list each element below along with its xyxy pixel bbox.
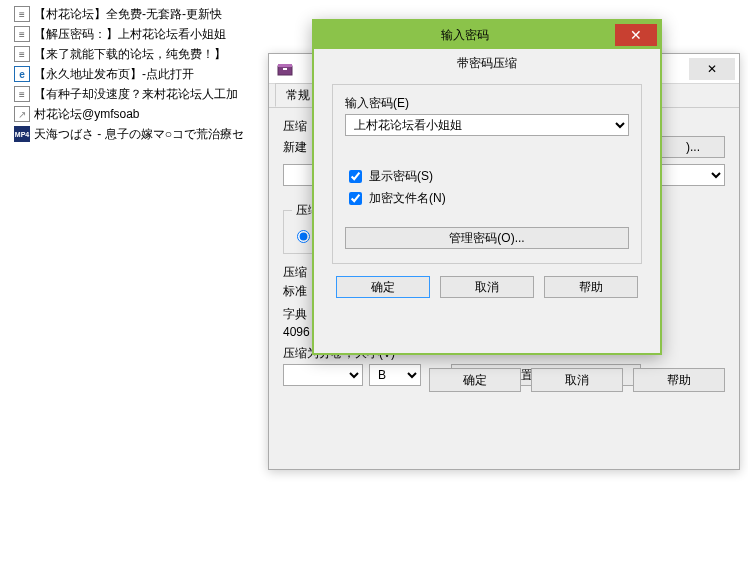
browse-button[interactable]: )... [661,136,725,158]
show-password-checkbox[interactable] [349,170,362,183]
password-help-button[interactable]: 帮助 [544,276,638,298]
file-label: 天海つばさ - 息子の嫁マ○コで荒治療セ [34,126,244,143]
text-file-icon: ≡ [14,86,30,102]
encrypt-names-label: 加密文件名(N) [369,190,446,207]
password-close-button[interactable]: ✕ [615,24,657,46]
close-button[interactable]: ✕ [689,58,735,80]
file-label: 【解压密码：】上村花论坛看小姐姐 [34,26,226,43]
password-subtitle: 带密码压缩 [314,49,660,78]
encrypt-names-checkbox[interactable] [349,192,362,205]
url-file-icon: ↗ [14,106,30,122]
file-item[interactable]: ≡ 【解压密码：】上村花论坛看小姐姐 [14,24,314,44]
manage-passwords-button[interactable]: 管理密码(O)... [345,227,629,249]
svg-rect-2 [283,68,287,70]
enter-password-label: 输入密码(E) [345,95,629,112]
password-group: 输入密码(E) 上村花论坛看小姐姐 显示密码(S) 加密文件名(N) 管理密码(… [332,84,642,264]
format-rar-radio[interactable] [297,230,310,243]
password-input[interactable]: 上村花论坛看小姐姐 [345,114,629,136]
password-cancel-button[interactable]: 取消 [440,276,534,298]
file-label: 【来了就能下载的论坛，纯免费！】 [34,46,226,63]
file-label: 【村花论坛】全免费-无套路-更新快 [34,6,222,23]
password-dialog: 输入密码 ✕ 带密码压缩 输入密码(E) 上村花论坛看小姐姐 显示密码(S) 加… [312,19,662,355]
file-label: 【永久地址发布页】-点此打开 [34,66,194,83]
file-item[interactable]: ≡ 【村花论坛】全免费-无套路-更新快 [14,4,314,24]
svg-rect-0 [278,66,292,75]
split-unit-combo[interactable]: B [369,364,421,386]
password-title: 输入密码 [314,27,615,44]
file-label: 【有种子却没速度？来村花论坛人工加 [34,86,238,103]
password-ok-button[interactable]: 确定 [336,276,430,298]
close-icon: ✕ [630,27,642,43]
browser-icon: e [14,66,30,82]
text-file-icon: ≡ [14,26,30,42]
split-size-combo[interactable] [283,364,363,386]
mp4-file-icon: MP4 [14,126,30,142]
cancel-button[interactable]: 取消 [531,368,623,392]
text-file-icon: ≡ [14,46,30,62]
close-icon: ✕ [707,62,717,76]
dialog-buttons: 确定 取消 帮助 [429,368,725,392]
encrypt-names-row[interactable]: 加密文件名(N) [345,189,629,208]
show-password-row[interactable]: 显示密码(S) [345,167,629,186]
password-buttons: 确定 取消 帮助 [332,276,642,298]
file-label: 村花论坛@ymfsoab [34,106,140,123]
show-password-label: 显示密码(S) [369,168,433,185]
help-button[interactable]: 帮助 [633,368,725,392]
ok-button[interactable]: 确定 [429,368,521,392]
winrar-icon [275,59,295,79]
svg-rect-1 [278,64,292,67]
password-titlebar[interactable]: 输入密码 ✕ [314,21,660,49]
text-file-icon: ≡ [14,6,30,22]
